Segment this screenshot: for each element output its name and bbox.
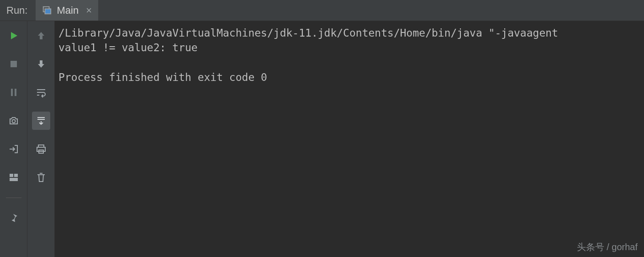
- run-tool-body: /Library/Java/JavaVirtualMachines/jdk-11…: [0, 21, 644, 257]
- play-icon: [8, 30, 19, 41]
- tab-label: Main: [57, 5, 79, 16]
- scroll-to-end-button[interactable]: [32, 112, 50, 130]
- svg-point-5: [12, 120, 15, 123]
- run-tool-header: Run: Main ×: [0, 0, 644, 21]
- svg-rect-1: [45, 9, 51, 14]
- pin-button[interactable]: [5, 209, 23, 227]
- svg-rect-2: [11, 61, 17, 67]
- layout-icon: [8, 172, 19, 183]
- console-line: value1 != value2: true: [58, 42, 198, 54]
- exit-button[interactable]: [5, 140, 23, 158]
- left-toolbar-2: [27, 21, 55, 257]
- svg-rect-6: [10, 174, 13, 177]
- scroll-up-button[interactable]: [32, 27, 50, 45]
- watermark: 头条号 / gorhaf: [577, 241, 638, 253]
- pin-icon: [8, 213, 19, 224]
- console-output[interactable]: /Library/Java/JavaVirtualMachines/jdk-11…: [55, 21, 644, 257]
- scroll-down-button[interactable]: [32, 55, 50, 73]
- svg-rect-7: [14, 174, 18, 177]
- arrow-down-icon: [36, 59, 47, 70]
- soft-wrap-icon: [36, 87, 47, 98]
- soft-wrap-button[interactable]: [32, 83, 50, 102]
- separator: [6, 198, 21, 198]
- trash-icon: [36, 172, 47, 183]
- stop-icon: [8, 59, 19, 70]
- exit-icon: [8, 144, 19, 155]
- left-toolbar-1: [0, 21, 27, 257]
- scroll-to-end-icon: [36, 115, 47, 126]
- window-stack-icon: [42, 5, 52, 16]
- stop-button[interactable]: [5, 55, 23, 73]
- camera-icon: [8, 115, 19, 126]
- console-line: Process finished with exit code 0: [58, 71, 267, 83]
- svg-rect-10: [37, 147, 45, 151]
- console-line: /Library/Java/JavaVirtualMachines/jdk-11…: [58, 27, 558, 39]
- rerun-button[interactable]: [5, 27, 23, 45]
- layout-button[interactable]: [5, 168, 23, 187]
- arrow-up-icon: [36, 30, 47, 41]
- svg-rect-4: [15, 89, 16, 96]
- print-icon: [36, 144, 47, 155]
- svg-rect-3: [11, 89, 13, 96]
- tab-main[interactable]: Main ×: [36, 0, 98, 21]
- print-button[interactable]: [32, 140, 50, 158]
- svg-rect-8: [10, 178, 18, 181]
- clear-all-button[interactable]: [32, 168, 50, 187]
- pause-button[interactable]: [5, 83, 23, 102]
- dump-threads-button[interactable]: [5, 112, 23, 130]
- pause-icon: [8, 87, 19, 98]
- close-icon[interactable]: ×: [83, 5, 92, 16]
- run-label: Run:: [0, 0, 36, 21]
